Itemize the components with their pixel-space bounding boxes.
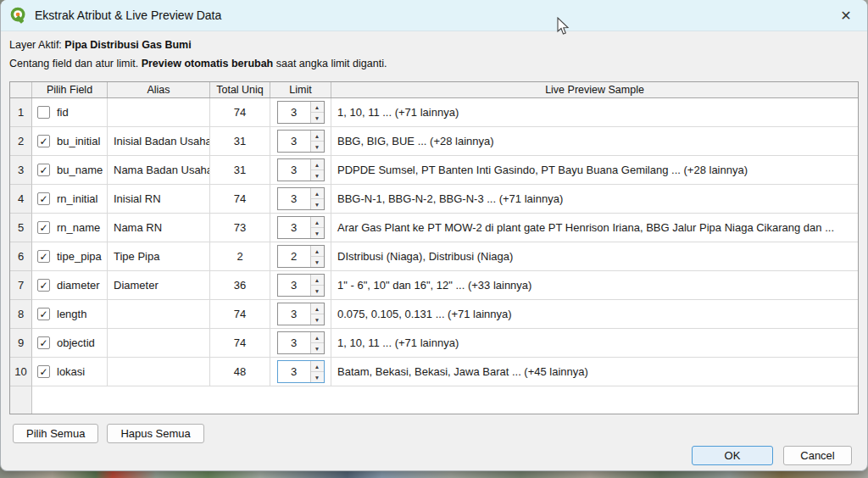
spin-up-icon[interactable]: ▲	[311, 361, 324, 372]
field-cell[interactable]: ✓ bu_name	[32, 156, 108, 185]
limit-value[interactable]: 3	[278, 102, 310, 123]
field-name: tipe_pipa	[57, 250, 102, 263]
field-cell[interactable]: ✓ diameter	[32, 271, 108, 300]
spinner-buttons: ▲ ▼	[310, 275, 324, 296]
field-cell[interactable]: ✓ objectid	[32, 329, 108, 358]
spin-up-icon[interactable]: ▲	[311, 188, 324, 199]
field-checkbox[interactable]: ✓	[37, 192, 50, 205]
spin-down-icon[interactable]: ▼	[311, 257, 324, 267]
alias-cell[interactable]: Nama Badan Usaha	[108, 156, 210, 185]
spin-down-icon[interactable]: ▼	[311, 170, 324, 181]
spin-up-icon[interactable]: ▲	[311, 332, 324, 343]
limit-spinbox[interactable]: 2 ▲ ▼	[277, 245, 325, 268]
table-row: 3 ✓ bu_name Nama Badan Usaha 31 3 ▲ ▼ PD…	[10, 156, 858, 185]
spin-up-icon[interactable]: ▲	[311, 246, 324, 257]
field-checkbox[interactable]: ✓	[37, 336, 50, 349]
field-checkbox[interactable]: ✓	[37, 135, 50, 147]
limit-spinbox[interactable]: 3 ▲ ▼	[277, 303, 325, 325]
field-cell[interactable]: ✓ rn_name	[32, 214, 108, 242]
alias-cell[interactable]: Tipe Pipa	[108, 242, 210, 271]
header-live-preview[interactable]: Live Preview Sample	[331, 82, 858, 97]
limit-value[interactable]: 3	[278, 303, 310, 325]
preview-sample: BBG-N-1, BBG-N-2, BBG-N-3 ... (+71 lainn…	[331, 185, 858, 214]
limit-value[interactable]: 3	[278, 131, 310, 152]
limit-spinbox[interactable]: 3 ▲ ▼	[277, 331, 325, 354]
limit-spinbox[interactable]: 3 ▲ ▼	[277, 187, 325, 210]
field-checkbox[interactable]	[37, 106, 50, 119]
alias-cell[interactable]	[108, 300, 210, 329]
preview-sample: 1, 10, 11 ... (+71 lainnya)	[331, 329, 858, 358]
ok-button[interactable]: OK	[692, 446, 773, 465]
alias-cell[interactable]: Inisial Badan Usaha	[108, 127, 210, 156]
dialog-titlebar[interactable]: Ekstrak Atribut & Live Preview Data ✕	[1, 0, 867, 31]
spin-down-icon[interactable]: ▼	[311, 199, 324, 209]
limit-value[interactable]: 3	[278, 275, 310, 296]
header-limit[interactable]: Limit	[270, 82, 331, 97]
close-icon[interactable]: ✕	[833, 3, 859, 28]
field-checkbox[interactable]: ✓	[37, 365, 50, 378]
limit-spinbox[interactable]: 3 ▲ ▼	[277, 130, 325, 153]
spin-down-icon[interactable]: ▼	[311, 113, 324, 123]
limit-value[interactable]: 3	[278, 159, 310, 181]
field-checkbox[interactable]: ✓	[37, 164, 50, 176]
spin-up-icon[interactable]: ▲	[311, 159, 324, 170]
spin-down-icon[interactable]: ▼	[311, 372, 324, 382]
field-checkbox[interactable]: ✓	[37, 279, 50, 292]
alias-cell[interactable]: Diameter	[108, 271, 210, 300]
spin-down-icon[interactable]: ▼	[311, 343, 324, 353]
field-cell[interactable]: ✓ bu_initial	[32, 127, 108, 156]
alias-cell[interactable]	[108, 358, 210, 386]
alias-cell[interactable]	[108, 98, 210, 127]
field-cell[interactable]: ✓ length	[32, 300, 108, 329]
spin-up-icon[interactable]: ▲	[311, 102, 324, 113]
cancel-button[interactable]: Cancel	[783, 446, 852, 465]
field-checkbox[interactable]: ✓	[37, 308, 50, 320]
header-total-uniq[interactable]: Total Uniq	[210, 82, 270, 97]
spin-down-icon[interactable]: ▼	[311, 228, 324, 238]
limit-spinbox[interactable]: 3 ▲ ▼	[277, 274, 325, 297]
limit-value[interactable]: 3	[278, 332, 310, 353]
spin-down-icon[interactable]: ▼	[311, 142, 324, 152]
limit-spinbox[interactable]: 3 ▲ ▼	[277, 360, 325, 383]
alias-cell[interactable]: Nama RN	[108, 214, 210, 242]
field-checkbox[interactable]: ✓	[37, 221, 50, 234]
spinner-buttons: ▲ ▼	[310, 102, 324, 123]
header-alias[interactable]: Alias	[108, 82, 210, 97]
bulk-action-buttons: Pilih Semua Hapus Semua	[9, 414, 859, 443]
spin-down-icon[interactable]: ▼	[311, 314, 324, 325]
limit-cell: 3 ▲ ▼	[270, 300, 331, 329]
limit-spinbox[interactable]: 3 ▲ ▼	[277, 158, 325, 181]
limit-spinbox[interactable]: 3 ▲ ▼	[277, 216, 325, 239]
alias-cell[interactable]	[108, 329, 210, 358]
field-cell[interactable]: ✓ lokasi	[32, 358, 108, 386]
spin-up-icon[interactable]: ▲	[311, 217, 324, 228]
field-cell[interactable]: ✓ tipe_pipa	[32, 242, 108, 271]
header-pilih-field[interactable]: Pilih Field	[32, 82, 108, 97]
field-cell[interactable]: fid	[32, 98, 108, 127]
row-number: 3	[10, 156, 32, 185]
mouse-cursor	[557, 17, 570, 36]
spin-up-icon[interactable]: ▲	[311, 131, 324, 142]
spin-down-icon[interactable]: ▼	[311, 286, 324, 296]
limit-value[interactable]: 3	[278, 188, 310, 209]
field-checkbox[interactable]: ✓	[37, 250, 50, 263]
alias-cell[interactable]: Inisial RN	[108, 185, 210, 214]
field-name: objectid	[57, 336, 95, 349]
row-number: 9	[10, 329, 32, 358]
qgis-logo-icon	[9, 6, 28, 25]
field-cell[interactable]: ✓ rn_initial	[32, 185, 108, 214]
clear-all-button[interactable]: Hapus Semua	[107, 424, 203, 443]
spin-up-icon[interactable]: ▲	[311, 303, 324, 314]
limit-value[interactable]: 2	[278, 246, 310, 267]
spinner-buttons: ▲ ▼	[310, 332, 324, 353]
select-all-button[interactable]: Pilih Semua	[13, 424, 98, 443]
active-layer-line: Layer Aktif: Pipa Distribusi Gas Bumi	[9, 39, 859, 51]
spinner-buttons: ▲ ▼	[310, 361, 324, 382]
spin-up-icon[interactable]: ▲	[311, 275, 324, 286]
limit-value[interactable]: 3	[278, 361, 310, 382]
row-number: 10	[10, 358, 32, 386]
spinner-buttons: ▲ ▼	[310, 303, 324, 325]
field-name: rn_initial	[57, 192, 97, 205]
limit-value[interactable]: 3	[278, 217, 310, 238]
limit-spinbox[interactable]: 3 ▲ ▼	[277, 101, 325, 124]
